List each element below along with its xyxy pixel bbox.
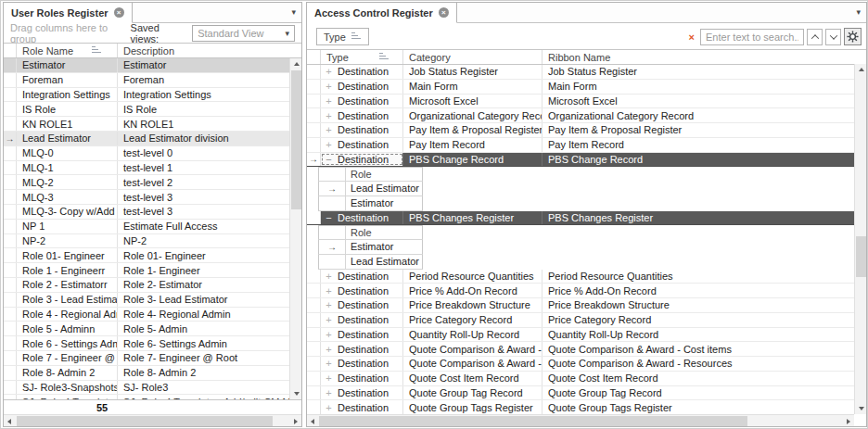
role-row[interactable]: SJ- Role3-Snapshots-Add,vi...SJ- Role3: [4, 381, 289, 396]
category-cell[interactable]: Microsoft Excel: [403, 95, 542, 108]
access-row[interactable]: +DestinationOrganizational Category Reco…: [307, 108, 854, 123]
description-cell[interactable]: NP-2: [118, 234, 289, 248]
description-cell[interactable]: SJ- Role3: [118, 381, 289, 395]
scroll-down-icon[interactable]: [855, 403, 867, 414]
category-cell[interactable]: Quote Comparison & Award - Resources: [403, 357, 542, 371]
ribbon-name-cell[interactable]: Job Status Register: [542, 65, 854, 79]
category-cell[interactable]: Period Resource Quantities: [403, 270, 542, 284]
collapse-minus-icon[interactable]: −: [326, 154, 332, 165]
description-cell[interactable]: Role 4- Regional Admin: [118, 308, 289, 322]
expand-plus-icon[interactable]: +: [326, 329, 332, 340]
role-subrow[interactable]: Lead Estimator: [307, 255, 854, 270]
category-cell[interactable]: Pay Item Record: [403, 138, 542, 152]
sub-column-header-role[interactable]: Role: [346, 168, 422, 181]
collapse-minus-icon[interactable]: −: [326, 212, 332, 223]
role-name-cell[interactable]: Role 1 - Engineerr: [17, 263, 118, 277]
left-horizontal-scrollbar[interactable]: [4, 414, 301, 426]
expand-plus-icon[interactable]: +: [326, 124, 332, 135]
role-name-cell[interactable]: Lead Estimator: [17, 132, 118, 145]
type-cell[interactable]: +Destination: [321, 65, 403, 79]
role-subrow[interactable]: →Estimator: [307, 240, 854, 255]
role-name-cell[interactable]: Role 3 - Lead Estimator: [17, 293, 118, 307]
role-subrow[interactable]: →Lead Estimator: [307, 182, 854, 196]
ribbon-name-cell[interactable]: Quote Comparison & Award - Resources: [542, 357, 854, 371]
scroll-thumb[interactable]: [856, 236, 866, 277]
role-row[interactable]: Role 5 - AdminnRole 5- Admin: [4, 322, 289, 336]
column-header-category[interactable]: Category: [403, 50, 542, 64]
ribbon-name-cell[interactable]: PBS Changes Register: [542, 211, 854, 225]
ribbon-name-cell[interactable]: Pay Item & Proposal Register: [542, 123, 854, 137]
access-row[interactable]: +DestinationPeriod Resource QuantitiesPe…: [307, 270, 854, 284]
role-name-cell[interactable]: Role 01- Engineer: [17, 248, 118, 262]
description-cell[interactable]: test-level 2: [118, 175, 289, 189]
role-name-cell[interactable]: Integration Settings: [17, 88, 118, 102]
role-name-cell[interactable]: MLQ-2: [17, 175, 118, 189]
type-cell[interactable]: +Destination: [321, 400, 403, 414]
role-name-cell[interactable]: Foreman: [17, 73, 118, 87]
expand-plus-icon[interactable]: +: [326, 66, 332, 77]
expand-plus-icon[interactable]: +: [326, 402, 332, 413]
role-name-cell[interactable]: Role 8- Admin 2: [17, 366, 118, 380]
access-row[interactable]: +DestinationPrice Breakdown StructurePri…: [307, 298, 854, 313]
scroll-left-icon[interactable]: [307, 415, 318, 427]
ribbon-name-cell[interactable]: Quote Group Tag Record: [542, 386, 854, 400]
description-cell[interactable]: Lead Estimator division: [118, 132, 289, 145]
ribbon-name-cell[interactable]: Quote Cost Item Record: [542, 372, 854, 385]
description-cell[interactable]: Integration Settings: [118, 88, 289, 102]
type-cell[interactable]: +Destination: [321, 108, 403, 122]
type-cell[interactable]: +Destination: [321, 328, 403, 342]
scroll-up-icon[interactable]: [855, 64, 867, 75]
role-name-cell[interactable]: MLQ-3- Copy w/Add Projects: [17, 205, 118, 219]
search-input[interactable]: [700, 29, 804, 45]
expand-plus-icon[interactable]: +: [326, 110, 332, 121]
role-row[interactable]: ForemanForeman: [4, 73, 289, 88]
ribbon-name-cell[interactable]: Main Form: [542, 80, 854, 94]
settings-button[interactable]: [844, 28, 862, 45]
tab-close-icon[interactable]: ×: [114, 7, 124, 18]
access-row[interactable]: +DestinationMicrosoft ExcelMicrosoft Exc…: [307, 95, 854, 109]
expand-plus-icon[interactable]: +: [326, 299, 332, 310]
category-cell[interactable]: Quote Cost Item Record: [403, 372, 542, 385]
role-row[interactable]: KN ROLE1KN ROLE1: [4, 117, 289, 132]
expand-plus-icon[interactable]: +: [326, 95, 332, 107]
scroll-thumb[interactable]: [17, 416, 273, 426]
type-cell[interactable]: +Destination: [321, 357, 403, 371]
description-cell[interactable]: Role 6- Settings Admin: [118, 336, 289, 350]
access-row[interactable]: −DestinationPBS Changes RegisterPBS Chan…: [307, 211, 854, 226]
type-cell[interactable]: +Destination: [321, 270, 403, 284]
description-cell[interactable]: Foreman: [118, 73, 289, 87]
access-row[interactable]: →−DestinationPBS Change RecordPBS Change…: [307, 153, 854, 168]
category-cell[interactable]: Main Form: [403, 80, 542, 94]
column-header-type[interactable]: Type: [321, 50, 403, 64]
scroll-right-icon[interactable]: [290, 415, 301, 427]
category-cell[interactable]: Quote Group Tag Record: [403, 386, 542, 400]
category-cell[interactable]: Job Status Register: [403, 65, 542, 79]
role-row[interactable]: NP 1Estimate Full Access: [4, 220, 289, 234]
description-cell[interactable]: KN ROLE1: [118, 117, 289, 131]
category-cell[interactable]: PBS Changes Register: [403, 211, 542, 225]
description-cell[interactable]: test-level 3: [118, 190, 289, 204]
role-row[interactable]: Role 7 - Engineer @ RootRole 7- Engineer…: [4, 351, 289, 366]
scroll-up-icon[interactable]: [290, 58, 302, 69]
type-cell[interactable]: +Destination: [321, 138, 403, 152]
ribbon-name-cell[interactable]: Quantity Roll-Up Record: [542, 328, 854, 342]
sub-column-header-role[interactable]: Role: [346, 226, 422, 239]
role-row[interactable]: Role 01- EngineerRole 01- Engineer: [4, 248, 289, 263]
role-row[interactable]: MLQ-2test-level 2: [4, 175, 289, 190]
access-row[interactable]: +DestinationPrice % Add-On RecordPrice %…: [307, 284, 854, 298]
role-value-cell[interactable]: Lead Estimator: [346, 255, 422, 269]
type-cell[interactable]: −Destination: [321, 153, 403, 167]
expand-plus-icon[interactable]: +: [326, 387, 332, 398]
role-row[interactable]: Role 2 - EstimatorrRole 2- Estimator: [4, 278, 289, 293]
role-name-cell[interactable]: Role 6 - Settings Admin: [17, 336, 118, 350]
role-name-cell[interactable]: Estimator: [17, 58, 118, 72]
search-clear-icon[interactable]: ×: [689, 32, 697, 43]
type-cell[interactable]: −Destination: [321, 211, 403, 225]
description-cell[interactable]: Role 8- Admin 2: [118, 366, 289, 380]
ribbon-name-cell[interactable]: Quote Comparison & Award - Cost items: [542, 342, 854, 356]
role-name-cell[interactable]: NP-2: [17, 234, 118, 248]
type-cell[interactable]: +Destination: [321, 80, 403, 94]
access-row[interactable]: +DestinationQuote Group Tag RecordQuote …: [307, 386, 854, 401]
description-cell[interactable]: test-level 1: [118, 161, 289, 175]
column-header-role-name[interactable]: Role Name: [17, 44, 118, 57]
